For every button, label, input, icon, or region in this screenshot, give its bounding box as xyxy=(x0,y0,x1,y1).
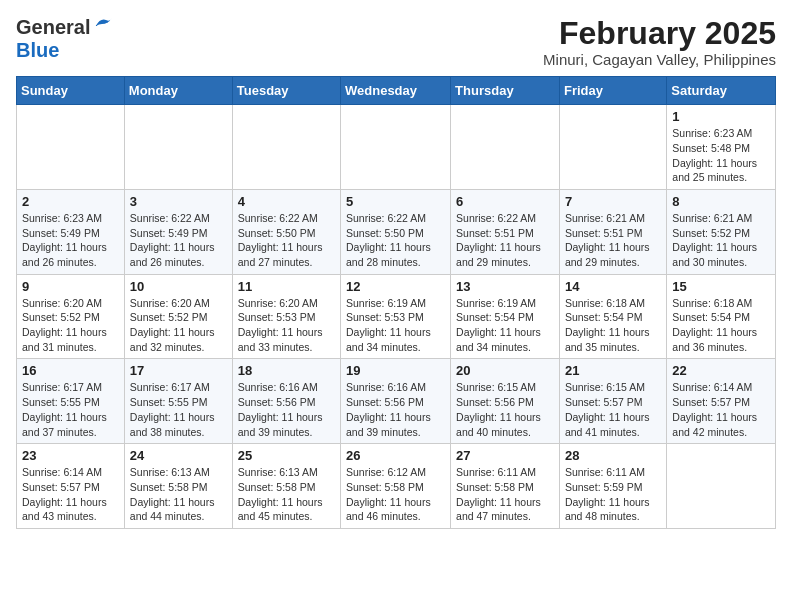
day-info: Sunrise: 6:13 AM Sunset: 5:58 PM Dayligh… xyxy=(130,465,227,524)
day-info: Sunrise: 6:17 AM Sunset: 5:55 PM Dayligh… xyxy=(22,380,119,439)
day-number: 8 xyxy=(672,194,770,209)
weekday-header-sunday: Sunday xyxy=(17,77,125,105)
day-number: 6 xyxy=(456,194,554,209)
title-area: February 2025 Minuri, Cagayan Valley, Ph… xyxy=(543,16,776,68)
day-info: Sunrise: 6:17 AM Sunset: 5:55 PM Dayligh… xyxy=(130,380,227,439)
day-info: Sunrise: 6:20 AM Sunset: 5:52 PM Dayligh… xyxy=(22,296,119,355)
day-info: Sunrise: 6:20 AM Sunset: 5:52 PM Dayligh… xyxy=(130,296,227,355)
calendar-cell: 8Sunrise: 6:21 AM Sunset: 5:52 PM Daylig… xyxy=(667,189,776,274)
calendar-cell: 10Sunrise: 6:20 AM Sunset: 5:52 PM Dayli… xyxy=(124,274,232,359)
calendar-cell: 18Sunrise: 6:16 AM Sunset: 5:56 PM Dayli… xyxy=(232,359,340,444)
day-info: Sunrise: 6:15 AM Sunset: 5:57 PM Dayligh… xyxy=(565,380,661,439)
calendar-cell: 5Sunrise: 6:22 AM Sunset: 5:50 PM Daylig… xyxy=(341,189,451,274)
calendar-cell: 22Sunrise: 6:14 AM Sunset: 5:57 PM Dayli… xyxy=(667,359,776,444)
day-info: Sunrise: 6:20 AM Sunset: 5:53 PM Dayligh… xyxy=(238,296,335,355)
day-info: Sunrise: 6:11 AM Sunset: 5:59 PM Dayligh… xyxy=(565,465,661,524)
day-number: 28 xyxy=(565,448,661,463)
day-info: Sunrise: 6:22 AM Sunset: 5:49 PM Dayligh… xyxy=(130,211,227,270)
calendar-cell: 1Sunrise: 6:23 AM Sunset: 5:48 PM Daylig… xyxy=(667,105,776,190)
month-title: February 2025 xyxy=(543,16,776,51)
calendar-cell: 11Sunrise: 6:20 AM Sunset: 5:53 PM Dayli… xyxy=(232,274,340,359)
day-info: Sunrise: 6:21 AM Sunset: 5:51 PM Dayligh… xyxy=(565,211,661,270)
day-number: 21 xyxy=(565,363,661,378)
day-info: Sunrise: 6:19 AM Sunset: 5:54 PM Dayligh… xyxy=(456,296,554,355)
weekday-header-thursday: Thursday xyxy=(451,77,560,105)
calendar-week-row: 16Sunrise: 6:17 AM Sunset: 5:55 PM Dayli… xyxy=(17,359,776,444)
calendar-cell: 12Sunrise: 6:19 AM Sunset: 5:53 PM Dayli… xyxy=(341,274,451,359)
weekday-header-row: SundayMondayTuesdayWednesdayThursdayFrid… xyxy=(17,77,776,105)
calendar-cell: 4Sunrise: 6:22 AM Sunset: 5:50 PM Daylig… xyxy=(232,189,340,274)
logo-blue-text: Blue xyxy=(16,39,59,62)
calendar-cell: 19Sunrise: 6:16 AM Sunset: 5:56 PM Dayli… xyxy=(341,359,451,444)
day-number: 16 xyxy=(22,363,119,378)
calendar-cell: 21Sunrise: 6:15 AM Sunset: 5:57 PM Dayli… xyxy=(559,359,666,444)
calendar-cell xyxy=(17,105,125,190)
logo-bird-icon xyxy=(92,16,114,36)
day-number: 26 xyxy=(346,448,445,463)
day-info: Sunrise: 6:22 AM Sunset: 5:51 PM Dayligh… xyxy=(456,211,554,270)
day-number: 20 xyxy=(456,363,554,378)
day-info: Sunrise: 6:15 AM Sunset: 5:56 PM Dayligh… xyxy=(456,380,554,439)
day-number: 13 xyxy=(456,279,554,294)
day-info: Sunrise: 6:23 AM Sunset: 5:49 PM Dayligh… xyxy=(22,211,119,270)
day-number: 17 xyxy=(130,363,227,378)
calendar-cell xyxy=(451,105,560,190)
day-number: 7 xyxy=(565,194,661,209)
day-info: Sunrise: 6:13 AM Sunset: 5:58 PM Dayligh… xyxy=(238,465,335,524)
day-info: Sunrise: 6:21 AM Sunset: 5:52 PM Dayligh… xyxy=(672,211,770,270)
calendar-cell: 27Sunrise: 6:11 AM Sunset: 5:58 PM Dayli… xyxy=(451,444,560,529)
calendar-cell: 23Sunrise: 6:14 AM Sunset: 5:57 PM Dayli… xyxy=(17,444,125,529)
calendar-cell: 6Sunrise: 6:22 AM Sunset: 5:51 PM Daylig… xyxy=(451,189,560,274)
day-number: 22 xyxy=(672,363,770,378)
day-info: Sunrise: 6:22 AM Sunset: 5:50 PM Dayligh… xyxy=(238,211,335,270)
calendar-cell: 28Sunrise: 6:11 AM Sunset: 5:59 PM Dayli… xyxy=(559,444,666,529)
calendar-cell: 17Sunrise: 6:17 AM Sunset: 5:55 PM Dayli… xyxy=(124,359,232,444)
day-number: 25 xyxy=(238,448,335,463)
calendar-cell: 20Sunrise: 6:15 AM Sunset: 5:56 PM Dayli… xyxy=(451,359,560,444)
day-number: 23 xyxy=(22,448,119,463)
day-info: Sunrise: 6:16 AM Sunset: 5:56 PM Dayligh… xyxy=(346,380,445,439)
day-info: Sunrise: 6:19 AM Sunset: 5:53 PM Dayligh… xyxy=(346,296,445,355)
calendar-cell xyxy=(667,444,776,529)
day-number: 2 xyxy=(22,194,119,209)
calendar-cell: 16Sunrise: 6:17 AM Sunset: 5:55 PM Dayli… xyxy=(17,359,125,444)
calendar-cell: 7Sunrise: 6:21 AM Sunset: 5:51 PM Daylig… xyxy=(559,189,666,274)
day-number: 3 xyxy=(130,194,227,209)
day-info: Sunrise: 6:14 AM Sunset: 5:57 PM Dayligh… xyxy=(672,380,770,439)
day-number: 14 xyxy=(565,279,661,294)
day-info: Sunrise: 6:22 AM Sunset: 5:50 PM Dayligh… xyxy=(346,211,445,270)
calendar-cell: 15Sunrise: 6:18 AM Sunset: 5:54 PM Dayli… xyxy=(667,274,776,359)
calendar-cell: 14Sunrise: 6:18 AM Sunset: 5:54 PM Dayli… xyxy=(559,274,666,359)
logo-general-text: General xyxy=(16,16,90,39)
calendar-cell: 26Sunrise: 6:12 AM Sunset: 5:58 PM Dayli… xyxy=(341,444,451,529)
weekday-header-saturday: Saturday xyxy=(667,77,776,105)
day-number: 4 xyxy=(238,194,335,209)
calendar-cell: 9Sunrise: 6:20 AM Sunset: 5:52 PM Daylig… xyxy=(17,274,125,359)
calendar-week-row: 9Sunrise: 6:20 AM Sunset: 5:52 PM Daylig… xyxy=(17,274,776,359)
calendar-week-row: 23Sunrise: 6:14 AM Sunset: 5:57 PM Dayli… xyxy=(17,444,776,529)
calendar-cell xyxy=(559,105,666,190)
location-subtitle: Minuri, Cagayan Valley, Philippines xyxy=(543,51,776,68)
day-info: Sunrise: 6:23 AM Sunset: 5:48 PM Dayligh… xyxy=(672,126,770,185)
day-info: Sunrise: 6:18 AM Sunset: 5:54 PM Dayligh… xyxy=(672,296,770,355)
calendar-table: SundayMondayTuesdayWednesdayThursdayFrid… xyxy=(16,76,776,529)
calendar-cell xyxy=(232,105,340,190)
day-info: Sunrise: 6:14 AM Sunset: 5:57 PM Dayligh… xyxy=(22,465,119,524)
day-number: 10 xyxy=(130,279,227,294)
calendar-cell: 25Sunrise: 6:13 AM Sunset: 5:58 PM Dayli… xyxy=(232,444,340,529)
calendar-week-row: 2Sunrise: 6:23 AM Sunset: 5:49 PM Daylig… xyxy=(17,189,776,274)
day-number: 1 xyxy=(672,109,770,124)
weekday-header-tuesday: Tuesday xyxy=(232,77,340,105)
weekday-header-monday: Monday xyxy=(124,77,232,105)
page-header: General Blue February 2025 Minuri, Cagay… xyxy=(16,16,776,68)
day-number: 24 xyxy=(130,448,227,463)
weekday-header-friday: Friday xyxy=(559,77,666,105)
day-number: 15 xyxy=(672,279,770,294)
day-info: Sunrise: 6:12 AM Sunset: 5:58 PM Dayligh… xyxy=(346,465,445,524)
calendar-cell: 2Sunrise: 6:23 AM Sunset: 5:49 PM Daylig… xyxy=(17,189,125,274)
calendar-week-row: 1Sunrise: 6:23 AM Sunset: 5:48 PM Daylig… xyxy=(17,105,776,190)
logo: General Blue xyxy=(16,16,114,62)
weekday-header-wednesday: Wednesday xyxy=(341,77,451,105)
calendar-cell: 13Sunrise: 6:19 AM Sunset: 5:54 PM Dayli… xyxy=(451,274,560,359)
calendar-cell: 3Sunrise: 6:22 AM Sunset: 5:49 PM Daylig… xyxy=(124,189,232,274)
